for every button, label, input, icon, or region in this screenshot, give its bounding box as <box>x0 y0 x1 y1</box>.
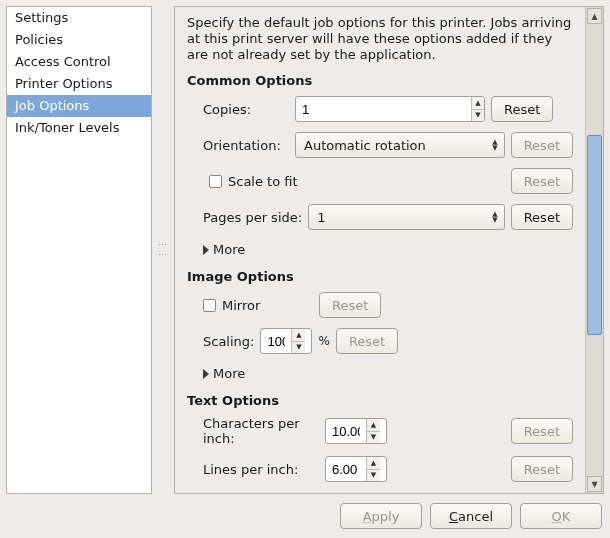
pages-per-side-select[interactable]: 1 ▲▼ <box>308 204 505 230</box>
pane-splitter[interactable]: ⋮⋮ <box>158 230 168 270</box>
triangle-right-icon <box>203 245 209 255</box>
sidebar-item-access-control[interactable]: Access Control <box>7 51 151 73</box>
spin-down-icon[interactable]: ▼ <box>367 470 380 482</box>
spin-down-icon[interactable]: ▼ <box>292 342 305 354</box>
copies-label: Copies: <box>203 102 289 117</box>
category-sidebar[interactable]: Settings Policies Access Control Printer… <box>6 6 152 494</box>
lpi-reset-button[interactable]: Reset <box>511 456 573 482</box>
sidebar-item-ink-toner-levels[interactable]: Ink/Toner Levels <box>7 117 151 139</box>
dialog-footer: Apply Cancel OK <box>6 494 604 532</box>
scale-to-fit-checkbox[interactable]: Scale to fit <box>209 174 298 189</box>
image-more-expander[interactable]: More <box>203 366 245 381</box>
scroll-thumb[interactable] <box>587 135 602 335</box>
scroll-track[interactable] <box>587 25 602 475</box>
scaling-spinner[interactable]: ▲▼ <box>260 328 312 354</box>
section-title-text: Text Options <box>187 393 573 408</box>
lpi-spinner[interactable]: ▲▼ <box>325 456 387 482</box>
image-more-label: More <box>213 366 245 381</box>
orientation-value: Automatic rotation <box>304 138 486 153</box>
section-title-image: Image Options <box>187 269 573 284</box>
orientation-select[interactable]: Automatic rotation ▲▼ <box>295 132 505 158</box>
checkbox-icon <box>203 299 216 312</box>
ok-button[interactable]: OK <box>520 503 602 529</box>
sidebar-item-job-options[interactable]: Job Options <box>7 95 151 117</box>
sidebar-item-settings[interactable]: Settings <box>7 7 151 29</box>
scroll-up-icon[interactable]: ▲ <box>587 8 602 24</box>
mirror-reset-button[interactable]: Reset <box>319 292 381 318</box>
pages-per-side-reset-button[interactable]: Reset <box>511 204 573 230</box>
scaling-suffix: % <box>318 334 329 348</box>
spin-up-icon[interactable]: ▲ <box>292 329 305 342</box>
scaling-label: Scaling: <box>203 334 254 349</box>
apply-button[interactable]: Apply <box>340 503 422 529</box>
scale-to-fit-reset-button[interactable]: Reset <box>511 168 573 194</box>
lpi-input[interactable] <box>326 457 366 481</box>
mirror-label: Mirror <box>222 298 260 313</box>
updown-icon: ▲▼ <box>492 140 497 151</box>
scale-to-fit-label: Scale to fit <box>228 174 298 189</box>
section-title-common: Common Options <box>187 73 573 88</box>
spin-up-icon[interactable]: ▲ <box>472 97 484 110</box>
lpi-label: Lines per inch: <box>203 462 319 477</box>
orientation-reset-button[interactable]: Reset <box>511 132 573 158</box>
content-frame: Specify the default job options for this… <box>174 6 604 494</box>
intro-text: Specify the default job options for this… <box>187 15 573 63</box>
cancel-button[interactable]: Cancel <box>430 503 512 529</box>
pages-per-side-value: 1 <box>317 210 486 225</box>
scroll-down-icon[interactable]: ▼ <box>587 476 602 492</box>
cpi-label: Characters per inch: <box>203 416 319 446</box>
pages-per-side-label: Pages per side: <box>203 210 302 225</box>
spin-down-icon[interactable]: ▼ <box>472 110 484 122</box>
content-scroll-area: Specify the default job options for this… <box>175 7 585 493</box>
copies-spinner[interactable]: ▲▼ <box>295 96 485 122</box>
spin-up-icon[interactable]: ▲ <box>367 457 380 470</box>
checkbox-icon <box>209 175 222 188</box>
sidebar-item-policies[interactable]: Policies <box>7 29 151 51</box>
scaling-input[interactable] <box>261 329 291 353</box>
common-more-label: More <box>213 242 245 257</box>
vertical-scrollbar[interactable]: ▲ ▼ <box>585 7 603 493</box>
spin-up-icon[interactable]: ▲ <box>367 419 380 432</box>
common-more-expander[interactable]: More <box>203 242 245 257</box>
mirror-checkbox[interactable]: Mirror <box>203 298 313 313</box>
cpi-input[interactable] <box>326 419 366 443</box>
spin-down-icon[interactable]: ▼ <box>367 432 380 444</box>
copies-input[interactable] <box>296 97 471 121</box>
copies-reset-button[interactable]: Reset <box>491 96 553 122</box>
scaling-reset-button[interactable]: Reset <box>336 328 398 354</box>
updown-icon: ▲▼ <box>492 212 497 223</box>
cpi-reset-button[interactable]: Reset <box>511 418 573 444</box>
orientation-label: Orientation: <box>203 138 289 153</box>
cpi-spinner[interactable]: ▲▼ <box>325 418 387 444</box>
sidebar-item-printer-options[interactable]: Printer Options <box>7 73 151 95</box>
triangle-right-icon <box>203 369 209 379</box>
